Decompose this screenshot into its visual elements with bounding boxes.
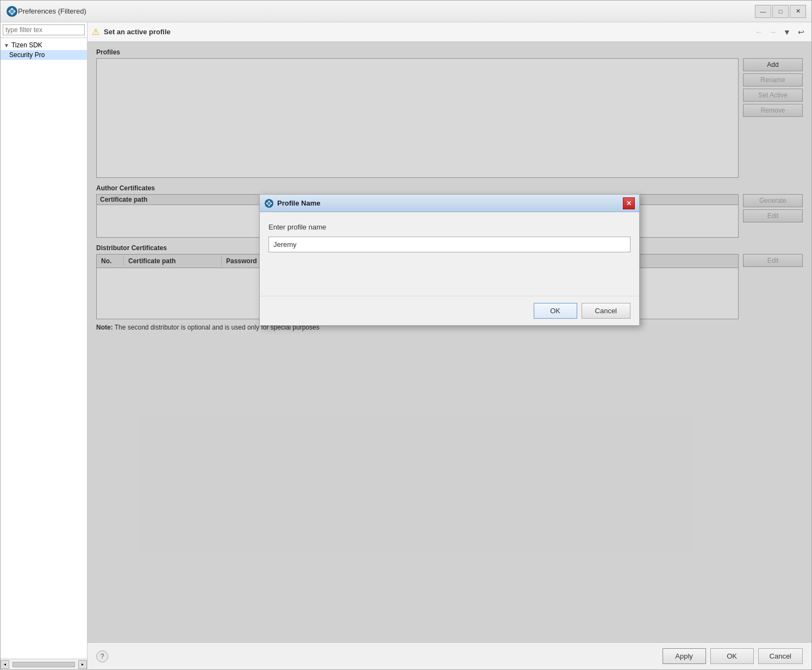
close-button[interactable]: ✕ <box>790 5 806 18</box>
dialog-ok-button[interactable]: OK <box>534 303 577 319</box>
main-panel: ⚠ Set an active profile ← → ▼ ↩ Profiles… <box>88 22 811 669</box>
pref-content: Profiles Add Rename Set Active Remove Au… <box>88 42 811 642</box>
ok-button[interactable]: OK <box>710 648 754 664</box>
filter-input[interactable] <box>3 24 85 35</box>
main-window: Preferences (Filtered) — □ ✕ ▼ Tizen SDK… <box>0 0 812 670</box>
toolbar-title: Set an active profile <box>104 28 751 36</box>
dialog-title: Profile Name <box>277 199 620 207</box>
dialog-spacer <box>268 252 630 285</box>
dialog-cancel-button[interactable]: Cancel <box>582 303 630 319</box>
sidebar: ▼ Tizen SDK Security Pro ◂ ▸ <box>1 22 88 669</box>
dialog-icon <box>264 198 274 208</box>
window-title: Preferences (Filtered) <box>18 7 755 15</box>
apply-button[interactable]: Apply <box>663 648 706 664</box>
content-area: ▼ Tizen SDK Security Pro ◂ ▸ ⚠ Set an ac… <box>1 22 811 669</box>
scroll-left-arrow[interactable]: ◂ <box>1 660 9 669</box>
svg-point-3 <box>267 201 272 206</box>
nav-back-button[interactable]: ← <box>753 26 765 38</box>
sidebar-item-security-profiles[interactable]: Security Pro <box>1 50 87 60</box>
profile-name-input[interactable] <box>268 237 630 252</box>
nav-dropdown-button[interactable]: ▼ <box>781 26 793 38</box>
scroll-right-arrow[interactable]: ▸ <box>78 660 87 669</box>
sidebar-filter-area <box>1 22 87 38</box>
title-controls: — □ ✕ <box>755 5 806 18</box>
dialog-titlebar: Profile Name ✕ <box>260 195 639 212</box>
minimize-button[interactable]: — <box>755 5 771 18</box>
title-bar: Preferences (Filtered) — □ ✕ <box>1 1 811 22</box>
dialog-prompt: Enter profile name <box>268 223 630 231</box>
help-button[interactable]: ? <box>96 650 108 662</box>
nav-back2-button[interactable]: ↩ <box>795 26 807 38</box>
dialog-body: Enter profile name <box>260 212 639 296</box>
triangle-icon: ▼ <box>4 42 9 48</box>
dialog-close-button[interactable]: ✕ <box>623 197 635 209</box>
warning-icon: ⚠ <box>92 27 99 37</box>
toolbar: ⚠ Set an active profile ← → ▼ ↩ <box>88 22 811 42</box>
maximize-button[interactable]: □ <box>772 5 789 18</box>
dialog-overlay: Profile Name ✕ Enter profile name OK <box>88 42 811 642</box>
bottom-bar: ? Apply OK Cancel <box>88 642 811 669</box>
cancel-button[interactable]: Cancel <box>758 648 803 664</box>
scroll-thumb[interactable] <box>13 662 75 667</box>
sidebar-item-label: Tizen SDK <box>11 41 42 49</box>
dialog-footer: OK Cancel <box>260 296 639 325</box>
sidebar-tree: ▼ Tizen SDK Security Pro <box>1 38 87 659</box>
nav-forward-button[interactable]: → <box>767 26 779 38</box>
sidebar-item-tizen-sdk[interactable]: ▼ Tizen SDK <box>1 40 87 50</box>
sidebar-item-label: Security Pro <box>9 51 45 59</box>
profile-name-dialog: Profile Name ✕ Enter profile name OK <box>259 194 640 326</box>
sidebar-scrollbar: ◂ ▸ <box>1 659 87 669</box>
app-icon <box>6 5 18 17</box>
